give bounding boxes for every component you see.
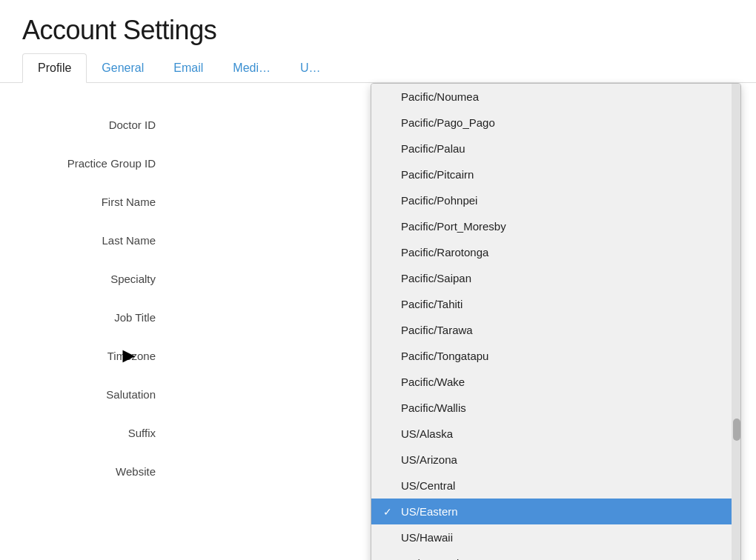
timezone-option-pacific-wake[interactable]: Pacific/Wake	[371, 369, 740, 395]
timezone-option-pacific-pago-pago[interactable]: Pacific/Pago_Pago	[371, 110, 740, 136]
timezone-option-us-mountain[interactable]: US/Mountain	[371, 550, 740, 560]
label-specialty: Specialty	[22, 273, 170, 285]
page-title: Account Settings	[0, 0, 756, 53]
form-row-doctor-id: Doctor ID	[22, 105, 378, 144]
timezone-option-pacific-port-moresby[interactable]: Pacific/Port_Moresby	[371, 213, 740, 239]
timezone-option-pacific-saipan[interactable]: Pacific/Saipan	[371, 265, 740, 291]
timezone-option-pacific-rarotonga[interactable]: Pacific/Rarotonga	[371, 239, 740, 265]
timezone-option-label: US/Eastern	[401, 505, 458, 518]
timezone-option-label: Pacific/Tahiti	[401, 298, 462, 310]
timezone-option-label: Pacific/Wallis	[401, 401, 466, 414]
form-row-salutation: Salutation	[22, 375, 378, 413]
timezone-option-label: Pacific/Tongatapu	[401, 350, 488, 362]
timezone-option-label: Pacific/Pago_Pago	[401, 116, 495, 129]
timezone-option-label: Pacific/Port_Moresby	[401, 220, 506, 233]
timezone-option-label: Pacific/Pitcairn	[401, 168, 474, 181]
label-salutation: Salutation	[22, 388, 170, 401]
form-row-timezone: ► Timezone	[22, 336, 378, 375]
scrollbar-thumb	[733, 419, 740, 441]
form-row-last-name: Last Name	[22, 221, 378, 259]
timezone-option-pacific-pitcairn[interactable]: Pacific/Pitcairn	[371, 161, 740, 187]
timezone-option-label: US/Arizona	[401, 453, 457, 466]
tab-media[interactable]: Medi…	[218, 53, 285, 82]
tab-unknown[interactable]: U…	[285, 53, 336, 82]
timezone-option-us-hawaii[interactable]: US/Hawaii	[371, 524, 740, 550]
tab-profile[interactable]: Profile	[22, 53, 87, 83]
timezone-option-us-central[interactable]: US/Central	[371, 473, 740, 499]
form-row-first-name: First Name	[22, 182, 378, 221]
timezone-option-label: US/Alaska	[401, 427, 453, 440]
label-last-name: Last Name	[22, 234, 170, 247]
timezone-option-pacific-wallis[interactable]: Pacific/Wallis	[371, 395, 740, 421]
timezone-option-label: Pacific/Rarotonga	[401, 246, 488, 259]
scrollbar[interactable]	[732, 84, 740, 560]
tabs-container: Profile General Email Medi… U…	[0, 53, 756, 83]
tab-email[interactable]: Email	[159, 53, 218, 82]
form-row-specialty: Specialty	[22, 259, 378, 298]
timezone-option-label: Pacific/Saipan	[401, 272, 471, 284]
form-row-practice-group-id: Practice Group ID	[22, 144, 378, 182]
timezone-option-us-arizona[interactable]: US/Arizona	[371, 447, 740, 473]
timezone-option-pacific-tarawa[interactable]: Pacific/Tarawa	[371, 317, 740, 343]
timezone-option-label: Pacific/Palau	[401, 142, 465, 155]
content-area: Doctor ID Practice Group ID First Name L…	[0, 83, 756, 505]
label-doctor-id: Doctor ID	[22, 119, 170, 131]
timezone-dropdown: Pacific/NoumeaPacific/Pago_PagoPacific/P…	[371, 83, 741, 560]
timezone-option-pacific-noumea[interactable]: Pacific/Noumea	[371, 84, 740, 110]
label-website: Website	[22, 465, 170, 478]
timezone-option-pacific-palau[interactable]: Pacific/Palau	[371, 136, 740, 161]
timezone-option-label: Pacific/Pohnpei	[401, 194, 477, 207]
timezone-dropdown-list: Pacific/NoumeaPacific/Pago_PagoPacific/P…	[371, 84, 740, 560]
form-labels: Doctor ID Practice Group ID First Name L…	[22, 98, 378, 490]
form-row-website: Website	[22, 452, 378, 490]
tab-general[interactable]: General	[87, 53, 159, 82]
label-timezone: Timezone	[22, 350, 170, 362]
label-suffix: Suffix	[22, 427, 170, 439]
timezone-arrow-icon: ►	[119, 344, 139, 367]
timezone-option-us-alaska[interactable]: US/Alaska	[371, 421, 740, 447]
form-row-job-title: Job Title	[22, 298, 378, 336]
form-row-suffix: Suffix	[22, 413, 378, 452]
timezone-option-pacific-pohnpei[interactable]: Pacific/Pohnpei	[371, 187, 740, 213]
label-first-name: First Name	[22, 196, 170, 208]
timezone-option-pacific-tahiti[interactable]: Pacific/Tahiti	[371, 291, 740, 317]
timezone-option-pacific-tongatapu[interactable]: Pacific/Tongatapu	[371, 343, 740, 369]
timezone-option-label: US/Central	[401, 479, 455, 492]
timezone-option-label: Pacific/Noumea	[401, 90, 479, 103]
timezone-option-us-eastern[interactable]: ✓US/Eastern	[371, 499, 740, 524]
timezone-option-label: Pacific/Tarawa	[401, 324, 473, 336]
timezone-option-label: US/Hawaii	[401, 531, 453, 544]
label-job-title: Job Title	[22, 311, 170, 324]
timezone-option-label: US/Mountain	[401, 557, 465, 560]
timezone-option-label: Pacific/Wake	[401, 376, 465, 388]
label-practice-group-id: Practice Group ID	[22, 157, 170, 170]
checkmark-icon: ✓	[383, 506, 398, 518]
